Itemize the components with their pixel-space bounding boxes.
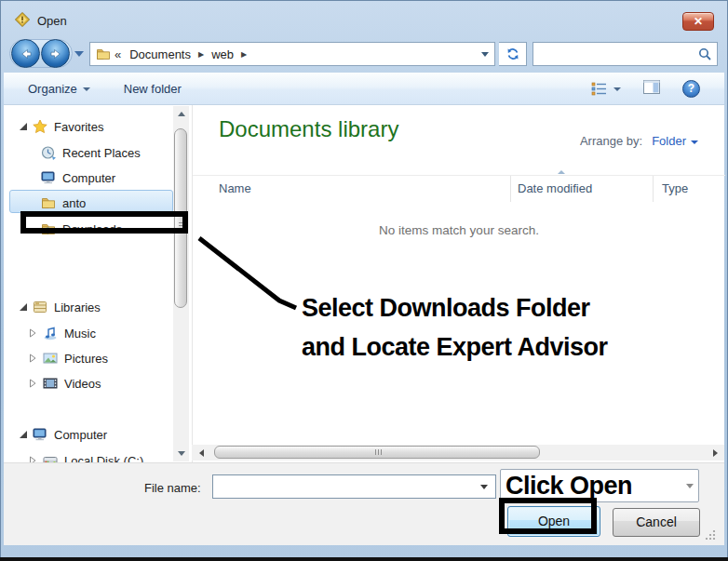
bottom-border (0, 557, 728, 561)
open-button-annotation-rect (499, 498, 597, 534)
sidebar-item-videos[interactable]: Videos (4, 372, 173, 394)
scroll-up-button[interactable] (173, 106, 189, 122)
folder-icon (41, 195, 56, 210)
select-downloads-annotation: Select Downloads Folder and Locate Exper… (298, 290, 613, 367)
help-button[interactable]: ? (682, 80, 700, 98)
scroll-left-button[interactable] (194, 445, 209, 461)
search-icon (698, 47, 711, 60)
column-separator[interactable] (653, 176, 654, 202)
breadcrumb-item-web[interactable]: web (211, 47, 234, 61)
sidebar-item-label[interactable]: Local Disk (C:) (64, 454, 143, 463)
sidebar-label-libraries[interactable]: Libraries (54, 301, 101, 314)
sidebar-group-libraries[interactable]: Libraries (4, 296, 173, 318)
column-separator[interactable] (510, 176, 511, 202)
local-disk-icon (43, 453, 58, 462)
computer-icon (33, 427, 47, 442)
sidebar-item-local-disk-c[interactable]: Local Disk (C:) (4, 449, 173, 462)
search-input[interactable] (533, 43, 698, 65)
sidebar-item-label[interactable]: Music (64, 327, 96, 341)
breadcrumb-separator-icon[interactable]: ▶ (198, 50, 204, 59)
sort-ascending-icon (558, 170, 565, 174)
collapsed-arrow-icon[interactable] (28, 379, 37, 388)
arrange-by-label: Arrange by: (580, 134, 642, 148)
sidebar-item-label[interactable]: Videos (64, 377, 101, 391)
breadcrumb-separator-icon[interactable]: ▶ (241, 50, 247, 59)
recent-pages-dropdown[interactable] (74, 51, 84, 57)
open-dialog-window: Open ✕ « Documents ▶ web ▶ (0, 0, 728, 561)
libraries-icon (33, 300, 47, 314)
command-bar: Organize New folder (4, 73, 724, 105)
sidebar-item-recent-places[interactable]: Recent Places (4, 141, 173, 164)
command-bar-right: ? (591, 80, 700, 98)
column-header-date-modified[interactable]: Date modified (518, 181, 592, 195)
sidebar-item-label[interactable]: anto (62, 196, 86, 210)
scroll-right-icon (713, 449, 718, 457)
footer-panel: File name: Click Open Open Cancel (4, 462, 724, 545)
preview-pane-button[interactable] (643, 80, 660, 98)
sidebar-item-label[interactable]: Recent Places (62, 146, 141, 160)
breadcrumb-overflow[interactable]: « (115, 47, 121, 61)
title-bar[interactable]: Open ✕ (0, 0, 728, 37)
file-name-label: File name: (144, 481, 201, 495)
sidebar-item-computer[interactable]: Computer (4, 167, 173, 189)
new-folder-button[interactable]: New folder (124, 82, 182, 96)
address-dropdown-icon[interactable] (481, 52, 489, 57)
views-icon (591, 82, 608, 96)
collapsed-arrow-icon[interactable] (28, 354, 37, 363)
forward-arrow-icon (48, 47, 63, 61)
breadcrumb-item-documents[interactable]: Documents (129, 47, 191, 61)
sidebar-item-label[interactable]: Pictures (64, 352, 108, 366)
sidebar-item-label[interactable]: Computer (62, 171, 115, 185)
refresh-icon (506, 47, 520, 61)
favorites-star-icon (33, 119, 47, 134)
file-name-input[interactable] (213, 475, 480, 498)
recent-places-icon (41, 145, 56, 160)
column-header-name[interactable]: Name (219, 181, 251, 195)
scroll-left-icon (199, 449, 204, 457)
organize-label: Organize (28, 82, 77, 96)
sidebar-label-favorites[interactable]: Favorites (54, 120, 103, 134)
sidebar-label-computer[interactable]: Computer (54, 428, 107, 442)
scroll-right-button[interactable] (708, 445, 722, 461)
arrange-by-value[interactable]: Folder (652, 134, 686, 148)
scroll-down-icon (178, 451, 185, 456)
new-folder-label: New folder (124, 82, 182, 96)
window-title: Open (37, 14, 67, 28)
pictures-icon (43, 351, 58, 366)
organize-button[interactable]: Organize (28, 82, 90, 96)
forward-button[interactable] (41, 39, 70, 68)
refresh-button[interactable] (499, 42, 527, 66)
downloads-annotation-rect (20, 211, 188, 234)
scroll-down-button[interactable] (173, 446, 189, 461)
arrange-by-dropdown-icon[interactable] (691, 140, 698, 144)
views-button[interactable] (591, 82, 621, 96)
expanded-arrow-icon[interactable] (19, 302, 28, 312)
scroll-up-icon (178, 112, 185, 116)
sidebar-group-computer[interactable]: Computer (4, 423, 173, 446)
cancel-button[interactable]: Cancel (613, 508, 700, 537)
file-name-combobox[interactable] (212, 474, 496, 499)
address-bar[interactable]: « Documents ▶ web ▶ (89, 42, 495, 66)
expanded-arrow-icon[interactable] (19, 430, 28, 439)
collapsed-arrow-icon[interactable] (28, 456, 37, 462)
computer-icon (41, 170, 56, 185)
app-icon (15, 12, 30, 27)
navigation-pane: Favorites Recent Places Comput (4, 105, 192, 462)
back-arrow-icon (19, 47, 34, 61)
arrange-by[interactable]: Arrange by: Folder (580, 134, 698, 148)
resize-grip-icon[interactable] (704, 528, 717, 541)
combo-dropdown-icon[interactable] (480, 485, 488, 489)
search-box[interactable] (533, 42, 718, 66)
column-header-type[interactable]: Type (662, 181, 688, 195)
sidebar-item-pictures[interactable]: Pictures (4, 347, 173, 369)
collapsed-arrow-icon[interactable] (28, 328, 37, 338)
sidebar-item-music[interactable]: Music (4, 322, 173, 344)
expanded-arrow-icon[interactable] (19, 122, 28, 131)
sidebar-scrollbar[interactable] (173, 106, 189, 461)
sidebar-group-favorites[interactable]: Favorites (4, 115, 173, 138)
horizontal-scrollbar-thumb[interactable] (214, 446, 540, 459)
close-button[interactable]: ✕ (682, 12, 714, 31)
views-dropdown-icon (613, 87, 621, 91)
back-button[interactable] (11, 39, 40, 68)
horizontal-scrollbar[interactable] (192, 445, 724, 461)
